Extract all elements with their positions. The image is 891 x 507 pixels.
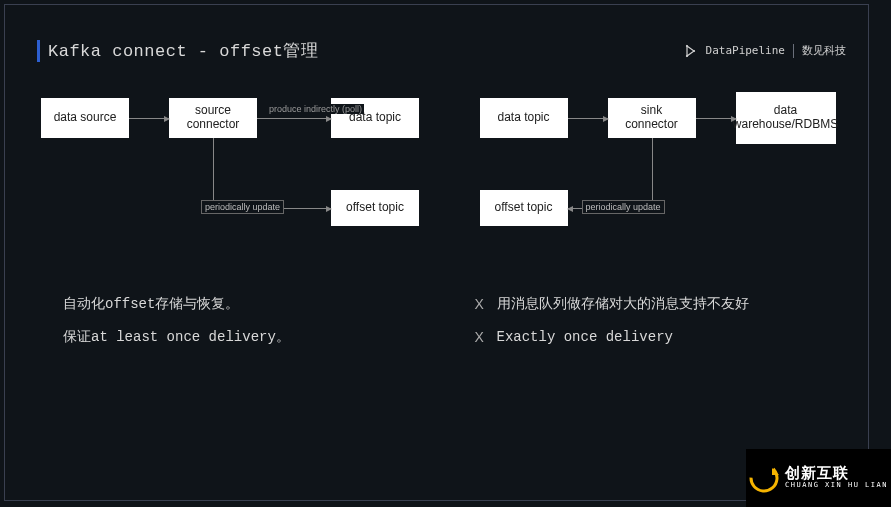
- brand-area: DataPipeline 数见科技: [684, 43, 846, 58]
- slide-title: Kafka connect - offset管理: [37, 39, 318, 62]
- watermark-py: CHUANG XIN HU LIAN: [785, 482, 888, 489]
- node-data-topic-r: data topic: [480, 98, 568, 138]
- brand-name: DataPipeline: [706, 44, 785, 57]
- brand-logo-icon: [684, 44, 698, 58]
- bullet-columns: 自动化offset存储与恢复。 保证at least once delivery…: [41, 294, 848, 360]
- edge-label-periodic-right: periodically update: [582, 200, 665, 214]
- arrow-src-to-conn: [129, 118, 169, 119]
- edge-label-produce: produce indirectly (poll): [267, 104, 364, 114]
- diagram-row: data source source connector data topic …: [41, 90, 848, 240]
- arrow-topic-to-sink: [568, 118, 608, 119]
- node-offset-topic-r: offset topic: [480, 190, 568, 226]
- arrow-conn-down: [213, 138, 214, 208]
- bullet-item: X Exactly once delivery: [475, 327, 849, 348]
- svg-point-0: [685, 44, 687, 46]
- brand-tagline: 数见科技: [802, 43, 846, 58]
- watermark: 创新互联 CHUANG XIN HU LIAN: [746, 449, 891, 507]
- bullet-text: 用消息队列做存储对大的消息支持不友好: [497, 294, 749, 315]
- slide: Kafka connect - offset管理 DataPipeline 数见…: [4, 4, 869, 501]
- arrow-conn-to-topic: [257, 118, 331, 119]
- node-data-source: data source: [41, 98, 129, 138]
- watermark-zh: 创新互联: [785, 466, 888, 482]
- watermark-logo-icon: [749, 463, 779, 493]
- svg-marker-4: [772, 468, 779, 475]
- bullet-text: 保证at least once delivery。: [63, 327, 290, 348]
- arrow-sink-to-wh: [696, 118, 736, 119]
- watermark-text: 创新互联 CHUANG XIN HU LIAN: [785, 466, 888, 489]
- title-accent-bar: [37, 40, 40, 62]
- node-offset-topic: offset topic: [331, 190, 419, 226]
- title-text: Kafka connect - offset管理: [48, 39, 318, 62]
- brand-divider: [793, 44, 794, 58]
- node-source-connector: source connector: [169, 98, 257, 138]
- bullet-item: 自动化offset存储与恢复。: [41, 294, 415, 315]
- diagram-sink-connector: data topic sink connector data warehouse…: [480, 90, 849, 240]
- bullets-right-col: X 用消息队列做存储对大的消息支持不友好 X Exactly once deli…: [475, 294, 849, 360]
- bullet-mark: [41, 294, 53, 315]
- content-area: data source source connector data topic …: [41, 90, 848, 480]
- bullet-mark: X: [475, 294, 487, 315]
- arrow-sink-down: [652, 138, 653, 208]
- bullet-text: Exactly once delivery: [497, 327, 673, 348]
- bullet-text: 自动化offset存储与恢复。: [63, 294, 239, 315]
- svg-point-1: [685, 54, 687, 56]
- svg-point-3: [749, 463, 779, 493]
- node-sink-connector: sink connector: [608, 98, 696, 138]
- diagram-source-connector: data source source connector data topic …: [41, 90, 410, 240]
- bullet-item: 保证at least once delivery。: [41, 327, 415, 348]
- node-data-warehouse: data warehouse/RDBMS: [736, 92, 836, 144]
- bullets-left-col: 自动化offset存储与恢复。 保证at least once delivery…: [41, 294, 415, 360]
- svg-point-2: [692, 49, 694, 51]
- bullet-mark: X: [475, 327, 487, 348]
- bullet-item: X 用消息队列做存储对大的消息支持不友好: [475, 294, 849, 315]
- edge-label-periodic-left: periodically update: [201, 200, 284, 214]
- bullet-mark: [41, 327, 53, 348]
